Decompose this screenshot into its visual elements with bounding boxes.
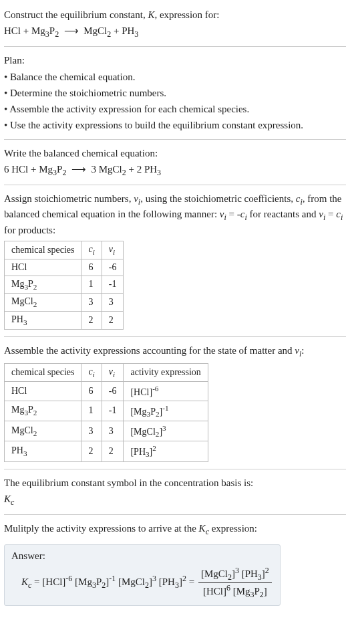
table-row: Mg3P2 1 -1 [Mg3P2]-1 [5,401,208,421]
table-row: HCl 6 -6 [5,259,124,276]
cell-v: 2 [102,312,124,330]
cell-expr: [PH3]2 [124,441,208,461]
col-vi: νi [102,364,124,382]
stoichiometric-table: chemical species ci νi HCl 6 -6 Mg3P2 1 … [4,241,124,330]
col-species: chemical species [5,364,81,382]
table-row: MgCl2 3 3 [MgCl2]3 [5,421,208,441]
divider [4,469,346,469]
cell-species: HCl [5,381,81,401]
cell-species: HCl [5,259,81,276]
answer-label: Answer: [11,550,273,562]
col-expr: activity expression [124,364,208,382]
symbol-kc: Kc [4,492,346,508]
cell-species: PH3 [5,441,81,461]
cell-species: Mg3P2 [5,401,81,421]
table-row: Mg3P2 1 -1 [5,276,124,294]
activity-intro: Assemble the activity expressions accoun… [4,344,346,359]
table-row: PH3 2 2 [PH3]2 [5,441,208,461]
cell-c: 6 [81,381,102,401]
cell-v: 3 [102,421,124,441]
divider [4,336,346,337]
divider [4,514,346,515]
divider [4,46,346,47]
cell-v: 3 [102,294,124,312]
symbol-intro: The equilibrium constant symbol in the c… [4,476,346,490]
cell-species: MgCl2 [5,421,81,441]
divider [4,185,346,185]
construct-title: Construct the equilibrium constant, K, e… [4,8,346,21]
answer-box: Answer: Kc = [HCl]-6 [Mg3P2]-1 [MgCl2]3 … [4,544,281,606]
plan-step: • Balance the chemical equation. [4,70,346,84]
cell-expr: [Mg3P2]-1 [124,401,208,421]
col-vi: νi [102,241,124,259]
plan-step: • Determine the stoichiometric numbers. [4,86,346,100]
plan-step: • Use the activity expressions to build … [4,118,346,132]
cell-v: -1 [102,276,124,294]
plan-step: • Assemble the activity expression for e… [4,102,346,116]
cell-c: 2 [81,312,102,330]
cell-c: 6 [81,259,102,276]
cell-v: -6 [102,381,124,401]
table-row: HCl 6 -6 [HCl]-6 [5,381,208,401]
balanced-intro: Write the balanced chemical equation: [4,146,346,160]
table-row: PH3 2 2 [5,312,124,330]
multiply-intro: Mulitply the activity expressions to arr… [4,522,346,537]
answer-expression: Kc = [HCl]-6 [Mg3P2]-1 [MgCl2]3 [PH3]2 =… [11,566,273,600]
cell-v: -6 [102,259,124,276]
cell-c: 1 [81,276,102,294]
cell-expr: [MgCl2]3 [124,421,208,441]
cell-v: -1 [102,401,124,421]
cell-c: 3 [81,294,102,312]
cell-species: MgCl2 [5,294,81,312]
activity-table: chemical species ci νi activity expressi… [4,363,208,462]
cell-v: 2 [102,441,124,461]
plan-title: Plan: [4,53,346,67]
cell-species: PH3 [5,312,81,330]
cell-expr: [HCl]-6 [124,381,208,401]
table-header-row: chemical species ci νi [5,241,124,259]
table-header-row: chemical species ci νi activity expressi… [5,364,208,382]
cell-c: 3 [81,421,102,441]
unbalanced-equation: HCl + Mg3P2 ⟶ MgCl2 + PH3 [4,24,346,39]
assign-text: Assign stoichiometric numbers, νi, using… [4,192,346,237]
col-ci: ci [81,364,102,382]
col-species: chemical species [5,241,81,259]
cell-species: Mg3P2 [5,276,81,294]
cell-c: 1 [81,401,102,421]
cell-c: 2 [81,441,102,461]
divider [4,139,346,140]
table-row: MgCl2 3 3 [5,294,124,312]
balanced-equation: 6 HCl + Mg3P2 ⟶ 3 MgCl2 + 2 PH3 [4,163,346,178]
col-ci: ci [81,241,102,259]
